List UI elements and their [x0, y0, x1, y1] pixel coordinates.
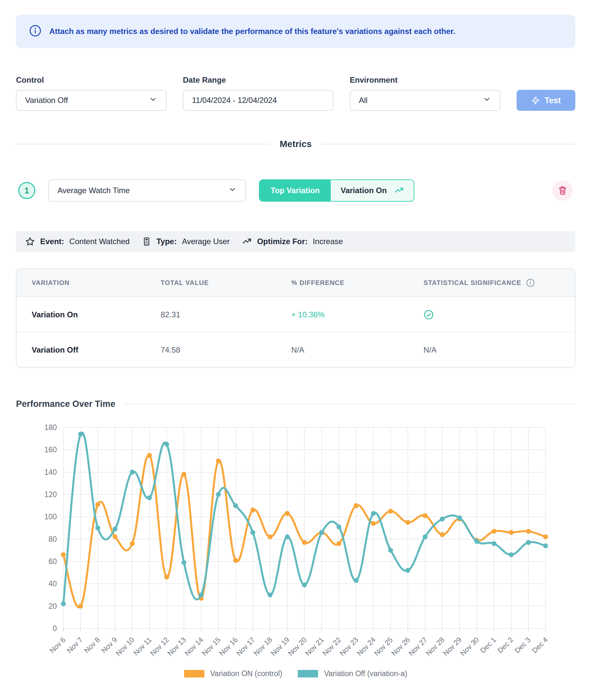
svg-text:Dec 4: Dec 4 — [530, 636, 549, 655]
svg-text:180: 180 — [45, 423, 57, 432]
date-range-input[interactable]: 11/04/2024 - 12/04/2024 — [183, 90, 333, 111]
trending-up-icon — [394, 186, 404, 195]
info-banner: Attach as many metrics as desired to val… — [16, 15, 575, 48]
svg-text:Nov 23: Nov 23 — [338, 636, 360, 657]
svg-text:Nov 20: Nov 20 — [286, 636, 308, 657]
divider-line — [320, 144, 575, 144]
svg-text:Nov 12: Nov 12 — [148, 636, 171, 657]
environment-label: Environment — [350, 75, 500, 84]
control-label: Control — [16, 75, 167, 84]
info-icon — [29, 24, 42, 38]
svg-text:Dec 2: Dec 2 — [496, 636, 515, 655]
info-icon[interactable] — [526, 279, 535, 287]
environment-select[interactable]: All — [350, 90, 500, 111]
chart-title-row: Performance Over Time — [16, 399, 575, 409]
optimize-group: Optimize For: Increase — [242, 237, 343, 246]
svg-text:Nov 17: Nov 17 — [235, 636, 257, 657]
test-button[interactable]: Test — [517, 90, 575, 111]
environment-select-value: All — [359, 96, 368, 105]
metric-select[interactable]: Average Watch Time — [48, 179, 246, 201]
date-range-value: 11/04/2024 - 12/04/2024 — [192, 96, 277, 105]
legend-item-variation-on[interactable]: Variation ON (control) — [184, 669, 282, 678]
top-variation-value[interactable]: Variation On — [331, 180, 413, 201]
legend-label: Variation ON (control) — [210, 669, 282, 678]
test-button-label: Test — [545, 96, 561, 105]
table-row: Variation On 82.31 + 10.36% — [17, 297, 575, 332]
top-variation-control: Top Variation Variation On — [259, 179, 414, 201]
svg-text:140: 140 — [45, 468, 57, 476]
header-total-value: TOTAL VALUE — [160, 279, 291, 287]
svg-text:Nov 7: Nov 7 — [65, 636, 84, 655]
date-range-label: Date Range — [183, 75, 333, 84]
check-circle-icon — [423, 309, 575, 320]
svg-text:Nov 13: Nov 13 — [166, 636, 188, 657]
row-total-value: 82.31 — [160, 310, 291, 319]
results-table: VARIATION TOTAL VALUE % DIFFERENCE STATI… — [16, 268, 575, 368]
legend-item-variation-off[interactable]: Variation Off (variation-a) — [298, 669, 407, 678]
delete-metric-button[interactable] — [552, 180, 573, 201]
divider-line — [16, 144, 271, 144]
type-label: Type: — [156, 237, 177, 246]
row-total-value: 74.58 — [160, 345, 291, 355]
type-value: Average User — [182, 237, 229, 246]
svg-text:Nov 11: Nov 11 — [132, 636, 153, 657]
svg-text:Nov 10: Nov 10 — [114, 636, 136, 657]
metric-index-badge: 1 — [18, 182, 35, 199]
svg-text:0: 0 — [53, 624, 57, 633]
svg-text:40: 40 — [48, 579, 57, 588]
chevron-down-icon — [482, 95, 491, 106]
metric-row: 1 Average Watch Time Top Variation Varia… — [16, 179, 575, 201]
svg-text:Nov 18: Nov 18 — [252, 636, 274, 657]
row-significance: N/A — [423, 345, 575, 355]
event-group: Event: Content Watched — [25, 237, 130, 246]
chevron-down-icon — [149, 95, 157, 106]
svg-text:Dec 1: Dec 1 — [479, 636, 498, 655]
row-variation-name: Variation On — [32, 310, 160, 319]
trash-icon — [558, 186, 568, 195]
svg-text:Nov 25: Nov 25 — [373, 636, 394, 657]
svg-text:Nov 21: Nov 21 — [304, 636, 326, 657]
svg-text:120: 120 — [45, 490, 57, 499]
optimize-value: Increase — [313, 237, 343, 246]
banner-text: Attach as many metrics as desired to val… — [49, 27, 455, 36]
legend-label: Variation Off (variation-a) — [324, 669, 407, 678]
optimize-label: Optimize For: — [257, 237, 308, 246]
svg-text:20: 20 — [48, 602, 57, 610]
svg-text:Nov 6: Nov 6 — [48, 636, 67, 655]
chevron-down-icon — [228, 185, 237, 196]
line-chart: 020406080100120140160180Nov 6Nov 7Nov 8N… — [16, 415, 575, 667]
svg-text:Nov 15: Nov 15 — [200, 636, 222, 657]
metric-summary-bar: Event: Content Watched Type: Average Use… — [16, 231, 575, 252]
svg-text:Nov 24: Nov 24 — [355, 636, 377, 657]
header-significance: STATISTICAL SIGNIFICANCE — [423, 279, 575, 287]
svg-text:Nov 29: Nov 29 — [442, 636, 463, 657]
chart-legend: Variation ON (control) Variation Off (va… — [16, 669, 575, 678]
top-variation-tab[interactable]: Top Variation — [260, 180, 331, 201]
metric-select-value: Average Watch Time — [58, 186, 130, 195]
svg-text:Nov 8: Nov 8 — [83, 636, 102, 655]
metrics-section-divider: Metrics — [16, 139, 575, 149]
control-select-value: Variation Off — [25, 96, 68, 105]
environment-field: Environment All — [350, 75, 500, 111]
row-difference: N/A — [291, 345, 423, 355]
svg-text:Nov 19: Nov 19 — [269, 636, 291, 657]
legend-swatch-teal — [298, 670, 318, 678]
event-value: Content Watched — [69, 237, 130, 246]
svg-text:160: 160 — [45, 446, 57, 454]
table-header-row: VARIATION TOTAL VALUE % DIFFERENCE STATI… — [17, 269, 575, 297]
row-variation-name: Variation Off — [32, 345, 160, 355]
svg-text:Nov 14: Nov 14 — [183, 636, 205, 657]
row-difference: + 10.36% — [291, 310, 423, 319]
top-variation-value-label: Variation On — [340, 186, 387, 195]
svg-text:Nov 30: Nov 30 — [459, 636, 481, 657]
svg-text:Nov 22: Nov 22 — [321, 636, 343, 657]
svg-text:Nov 27: Nov 27 — [407, 636, 429, 657]
control-select[interactable]: Variation Off — [16, 90, 167, 111]
filters-row: Control Variation Off Date Range 11/04/2… — [16, 75, 575, 111]
performance-chart: 020406080100120140160180Nov 6Nov 7Nov 8N… — [16, 415, 575, 678]
svg-text:80: 80 — [48, 535, 57, 543]
svg-text:100: 100 — [45, 512, 57, 521]
calculator-icon — [142, 237, 151, 246]
header-difference: % DIFFERENCE — [291, 279, 423, 287]
divider-line — [124, 404, 575, 405]
